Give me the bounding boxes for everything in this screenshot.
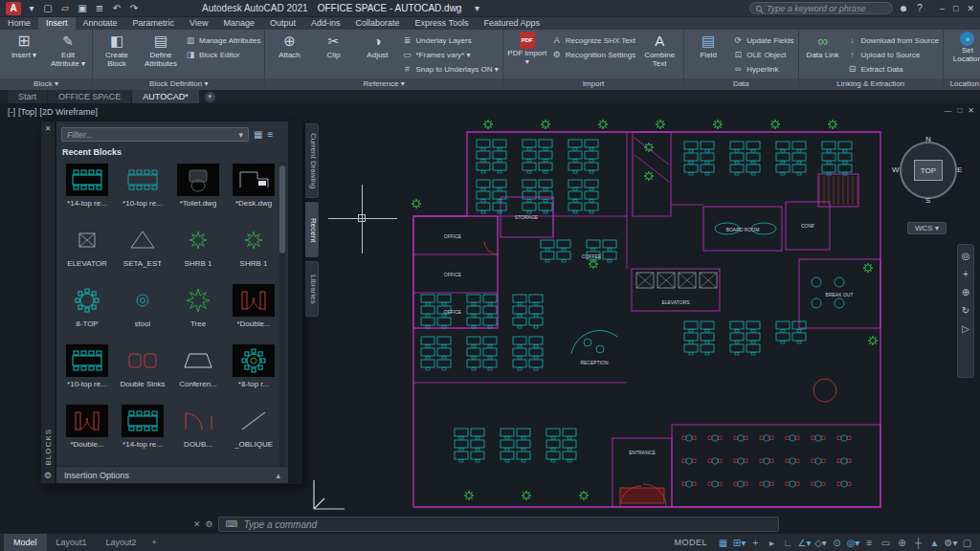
button-clip[interactable]: ✂Clip <box>313 31 353 59</box>
viewcube-top-face[interactable]: TOP <box>914 160 943 181</box>
ribbon-tab-collaborate[interactable]: Collaborate <box>348 17 408 30</box>
file-tab-office-space[interactable]: OFFICE SPACE <box>48 90 131 103</box>
button-insert[interactable]: ⊞Insert ▾ <box>4 31 44 59</box>
ribbon-tab-view[interactable]: View <box>182 17 215 30</box>
block-item-elevator[interactable]: ELEVATOR <box>59 222 115 282</box>
ribbon-tab-output[interactable]: Output <box>262 17 303 30</box>
dynamic-input-toggle[interactable]: ▸ <box>765 538 779 548</box>
new-layout-button[interactable]: + <box>146 538 163 547</box>
ribbon-tab-home[interactable]: Home <box>0 17 38 30</box>
palette-tab-libraries[interactable]: Libraries <box>305 261 319 317</box>
open-icon[interactable]: ▱ <box>59 3 71 13</box>
button-underlay-layers[interactable]: ≣Underlay Layers <box>401 33 498 47</box>
block-item-desk-dwg[interactable]: *Desk.dwg <box>226 162 281 222</box>
new-drawing-tab-button[interactable]: + <box>205 92 215 102</box>
undo-icon[interactable]: ↶ <box>111 3 122 13</box>
viewport-menu-button[interactable]: [-] <box>8 107 15 117</box>
ribbon-tab-add-ins[interactable]: Add-ins <box>303 17 348 30</box>
block-item-tree[interactable]: Tree <box>170 282 226 342</box>
block-item-double[interactable]: *Double... <box>226 282 281 342</box>
minimize-button[interactable]: – <box>940 4 945 13</box>
button-ole-object[interactable]: ⊡OLE Object <box>732 48 793 61</box>
show-motion-icon[interactable]: ▷ <box>962 323 969 334</box>
viewcube-east[interactable]: E <box>957 165 962 174</box>
button-data-link[interactable]: ∞Data Link <box>803 31 843 59</box>
button-hyperlink[interactable]: ∞Hyperlink <box>732 62 793 76</box>
block-item-shrb-1[interactable]: SHRB 1 <box>170 222 226 282</box>
button-field[interactable]: ▤Field <box>688 31 728 59</box>
palette-close-icon[interactable]: ✕ <box>45 124 52 133</box>
block-item-8-top-r[interactable]: *8-top r... <box>226 342 281 403</box>
insertion-options-bar[interactable]: Insertion Options ▴ <box>56 466 288 483</box>
block-item-oblique[interactable]: _OBLIQUE <box>226 403 281 463</box>
insertion-options-expand-icon[interactable]: ▴ <box>276 471 280 480</box>
filter-dropdown-icon[interactable]: ▾ <box>238 130 243 140</box>
panel-title-linking-extraction[interactable]: Linking & Extraction <box>799 78 943 90</box>
file-tab-start[interactable]: Start <box>8 90 47 103</box>
visual-style-button[interactable]: [2D Wireframe] <box>40 107 99 117</box>
object-snap-toggle[interactable]: ◎▾ <box>846 538 860 548</box>
title-dropdown-icon[interactable]: ▾ <box>471 3 482 13</box>
palette-title-bar[interactable]: ✕ BLOCKS ⚙ <box>40 121 56 484</box>
wcs-dropdown[interactable]: WCS ▾ <box>907 222 947 234</box>
transparency-toggle[interactable]: ▭ <box>879 538 893 548</box>
orbit-icon[interactable]: ↻ <box>962 305 969 316</box>
ribbon-tab-parametric[interactable]: Parametric <box>125 17 183 30</box>
drawing-minimize-button[interactable]: — <box>944 106 951 115</box>
ribbon-tab-manage[interactable]: Manage <box>215 17 262 30</box>
palette-scrollbar[interactable] <box>279 162 285 466</box>
button-adjust[interactable]: ◑Adjust <box>357 31 397 59</box>
clean-screen-toggle[interactable]: ▢ <box>960 538 974 548</box>
block-item-shrb-1[interactable]: SHRB 1 <box>226 222 281 282</box>
maximize-button[interactable]: □ <box>953 4 958 13</box>
workspace-switching-toggle[interactable]: ⚙▾ <box>944 538 958 548</box>
blocks-filter-input[interactable]: Filter... ▾ <box>61 127 249 142</box>
view-control-button[interactable]: [Top] <box>18 107 37 117</box>
search-box[interactable]: Type a keyword or phrase <box>749 2 893 14</box>
zoom-icon[interactable]: ⊕ <box>962 287 969 298</box>
button-recognition-settings[interactable]: ⚙Recognition Settings <box>551 48 635 61</box>
redo-icon[interactable]: ↷ <box>128 3 140 13</box>
viewcube-south[interactable]: S <box>925 196 930 205</box>
palette-tab-recent[interactable]: Recent <box>305 202 319 257</box>
panel-title-block[interactable]: Block ▾ <box>0 78 92 90</box>
palette-scrollbar-thumb[interactable] <box>279 165 285 253</box>
ribbon-tab-insert[interactable]: Insert <box>38 17 76 30</box>
block-item-stool[interactable]: stool <box>115 282 170 342</box>
full-navigation-wheel-icon[interactable]: ◎ <box>962 251 970 261</box>
save-icon[interactable]: ▣ <box>77 3 88 13</box>
button-snap-to-underlays-on[interactable]: #Snap to Underlays ON ▾ <box>401 62 498 76</box>
drawing-close-button[interactable]: ✕ <box>968 106 974 115</box>
button-download-from-source[interactable]: ↓Download from Source <box>847 33 939 47</box>
file-tab-autocad[interactable]: AUTOCAD* <box>132 90 198 103</box>
object-snap-tracking-toggle[interactable]: ⊙ <box>830 538 844 548</box>
button-set-location[interactable]: ●Set Location <box>947 31 980 63</box>
selection-cycling-toggle[interactable]: ⊕ <box>895 538 909 548</box>
block-item-8-top[interactable]: 8-TOP <box>59 282 115 342</box>
button-define-attributes[interactable]: ▤Define Attributes <box>141 31 181 68</box>
sign-in-icon[interactable]: ☻ <box>898 3 909 13</box>
block-item-double-sinks[interactable]: Double Sinks <box>115 342 170 403</box>
viewcube-west[interactable]: W <box>892 165 900 174</box>
block-item-10-top-re[interactable]: *10-top re... <box>59 342 115 403</box>
block-item-conferen[interactable]: Conferen... <box>170 342 226 403</box>
button-extract-data[interactable]: ⊟Extract Data <box>847 62 939 76</box>
button-frames-vary[interactable]: ▭*Frames vary* ▾ <box>401 48 498 61</box>
panel-title-location[interactable]: Location ▾ <box>944 78 980 90</box>
command-input[interactable]: ⌨ Type a command <box>218 517 779 532</box>
plot-icon[interactable]: ≣ <box>94 3 105 13</box>
viewcube-north[interactable]: N <box>925 135 931 143</box>
close-button[interactable]: ✕ <box>967 4 974 13</box>
button-pdf-import[interactable]: PDFPDF Import ▾ <box>507 31 547 66</box>
snap-mode-toggle[interactable]: ⊞▾ <box>732 538 746 548</box>
ribbon-tab-annotate[interactable]: Annotate <box>76 17 125 30</box>
block-item-double[interactable]: *Double... <box>59 403 115 463</box>
block-item-14-top-re[interactable]: *14-top re... <box>59 162 115 222</box>
infer-constraints-toggle[interactable]: + <box>748 538 763 548</box>
button-upload-to-source[interactable]: ↑Upload to Source <box>847 48 939 61</box>
button-update-fields[interactable]: ⟳Update Fields <box>732 33 793 47</box>
dynamic-ucs-toggle[interactable]: ┼ <box>911 538 925 548</box>
button-block-editor[interactable]: ◨Block Editor <box>185 48 260 61</box>
command-customize-icon[interactable]: ⚙ <box>206 519 213 529</box>
logo-dropdown-icon[interactable]: ▾ <box>26 3 37 13</box>
